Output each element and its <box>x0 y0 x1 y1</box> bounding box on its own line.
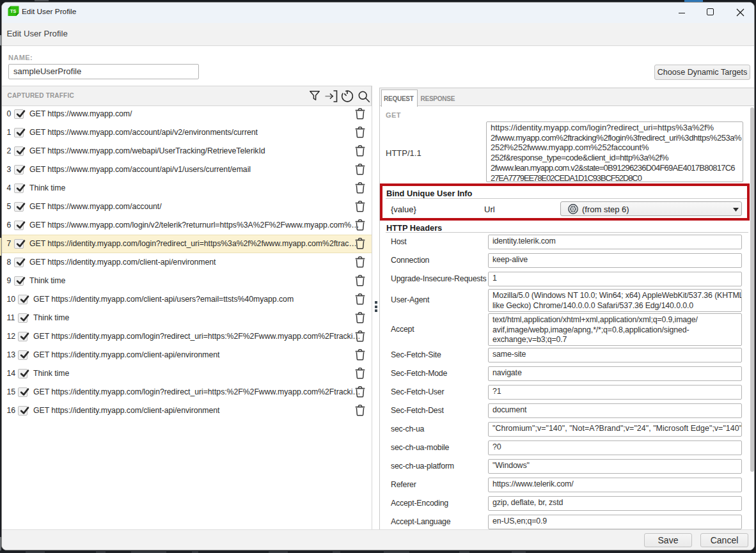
svg-text:TS: TS <box>10 8 16 14</box>
